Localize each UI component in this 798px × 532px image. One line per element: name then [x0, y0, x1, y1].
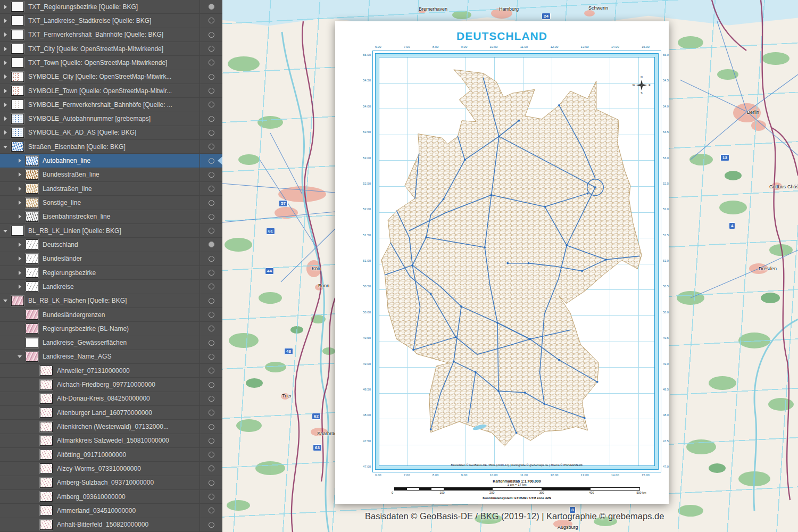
layer-row[interactable]: Amberg-Sulzbach_093710000000	[0, 476, 222, 490]
layer-thumbnail[interactable]	[26, 281, 38, 292]
layer-thumbnail[interactable]	[40, 380, 53, 390]
target-circle-icon[interactable]	[209, 46, 214, 52]
chevron-right-icon[interactable]	[3, 74, 9, 79]
layer-thumbnail[interactable]	[40, 436, 53, 446]
layer-thumbnail[interactable]	[40, 492, 53, 502]
layer-thumbnail[interactable]	[26, 338, 38, 348]
chevron-right-icon[interactable]	[18, 158, 23, 163]
layer-thumbnail[interactable]	[26, 352, 38, 362]
layer-thumbnail[interactable]	[40, 463, 53, 473]
layer-thumbnail[interactable]	[40, 365, 53, 376]
layer-thumbnail[interactable]	[11, 30, 24, 40]
target-circle-icon[interactable]	[209, 298, 214, 304]
layer-thumbnail[interactable]	[26, 170, 38, 180]
target-circle-icon[interactable]	[209, 368, 214, 373]
chevron-down-icon[interactable]	[3, 228, 9, 234]
layer-thumbnail[interactable]	[40, 422, 53, 432]
map-artboard[interactable]: DEUTSCHLAND 6.007.008.009.0010.0011.0012…	[335, 21, 669, 504]
layer-thumbnail[interactable]	[40, 520, 53, 530]
layer-thumbnail[interactable]	[40, 408, 53, 418]
target-circle-icon[interactable]	[209, 200, 214, 206]
layer-row[interactable]: Regierungsbezirke (BL-Name)	[0, 322, 222, 336]
target-circle-icon[interactable]	[209, 4, 214, 10]
layer-row[interactable]: SYMBOLE_Fernverkehrshalt_Bahnhöfe [Quell…	[0, 98, 222, 112]
chevron-right-icon[interactable]	[3, 4, 9, 10]
target-circle-icon[interactable]	[209, 60, 214, 65]
target-circle-icon[interactable]	[209, 438, 214, 444]
layer-row[interactable]: SYMBOLE_Town [Quelle: OpenStreetMap-Mitw…	[0, 84, 222, 98]
target-circle-icon[interactable]	[209, 354, 214, 360]
chevron-down-icon[interactable]	[18, 354, 23, 359]
layer-row[interactable]: Eisenbahnstrecken_line	[0, 210, 222, 224]
layer-row[interactable]: Amberg_093610000000	[0, 490, 222, 504]
layer-row[interactable]: Bundesländergrenzen	[0, 308, 222, 322]
target-circle-icon[interactable]	[209, 508, 214, 513]
layer-thumbnail[interactable]	[26, 212, 38, 222]
target-circle-icon[interactable]	[209, 312, 214, 318]
target-circle-icon[interactable]	[209, 270, 214, 276]
layer-thumbnail[interactable]	[11, 226, 24, 236]
target-circle-icon[interactable]	[209, 242, 214, 247]
target-circle-icon[interactable]	[209, 284, 214, 289]
chevron-right-icon[interactable]	[18, 284, 23, 289]
layer-row[interactable]: Regierungsbezirke	[0, 266, 222, 280]
layer-row[interactable]: Landkreise	[0, 280, 222, 294]
layer-row[interactable]: Aichach-Friedberg_097710000000	[0, 378, 222, 392]
target-circle-icon[interactable]	[209, 326, 214, 331]
chevron-right-icon[interactable]	[3, 130, 9, 135]
layer-row[interactable]: TXT_Regierungsbezirke [Quelle: BKG]	[0, 0, 222, 14]
target-circle-icon[interactable]	[209, 214, 214, 220]
layer-row[interactable]: Landkreise_Gewässerflächen	[0, 336, 222, 350]
layer-row[interactable]: Sonstige_line	[0, 196, 222, 210]
target-circle-icon[interactable]	[209, 158, 214, 164]
chevron-right-icon[interactable]	[18, 186, 23, 192]
layer-thumbnail[interactable]	[11, 44, 24, 54]
target-circle-icon[interactable]	[209, 256, 214, 262]
layer-row[interactable]: Landstraßen_line	[0, 182, 222, 196]
layer-row[interactable]: BL_RB_LK_Linien [Quelle: BKG]	[0, 224, 222, 238]
target-circle-icon[interactable]	[209, 410, 214, 415]
map-canvas[interactable]: BremerhavenHamburgSchwerinBerlinCottbus-…	[222, 0, 798, 532]
target-circle-icon[interactable]	[209, 32, 214, 38]
layer-thumbnail[interactable]	[26, 184, 38, 194]
target-circle-icon[interactable]	[209, 116, 214, 122]
layer-row[interactable]: Alb-Donau-Kreis_084250000000	[0, 392, 222, 406]
layer-thumbnail[interactable]	[11, 114, 24, 124]
chevron-right-icon[interactable]	[18, 270, 23, 276]
layer-thumbnail[interactable]	[26, 239, 38, 250]
layer-thumbnail[interactable]	[40, 505, 53, 516]
layer-thumbnail[interactable]	[11, 72, 24, 82]
layer-row[interactable]: Straßen_Eisenbahn [Quelle: BKG]	[0, 140, 222, 154]
layer-thumbnail[interactable]	[26, 310, 38, 320]
layer-row[interactable]: Autobahnen_line	[0, 154, 222, 168]
target-circle-icon[interactable]	[209, 88, 214, 94]
chevron-down-icon[interactable]	[3, 298, 9, 303]
chevron-right-icon[interactable]	[18, 242, 23, 247]
layer-row[interactable]: TXT_City [Quelle: OpenStreetMap-Mitwirke…	[0, 42, 222, 56]
layer-thumbnail[interactable]	[11, 142, 24, 152]
target-circle-icon[interactable]	[209, 74, 214, 80]
layer-thumbnail[interactable]	[11, 86, 24, 96]
layer-thumbnail[interactable]	[11, 2, 24, 12]
layer-thumbnail[interactable]	[11, 296, 24, 306]
target-circle-icon[interactable]	[209, 144, 214, 149]
target-circle-icon[interactable]	[209, 522, 214, 528]
layer-row[interactable]: TXT_Fernverkehrshalt_Bahnhöfe [Quelle: B…	[0, 28, 222, 42]
target-circle-icon[interactable]	[209, 466, 214, 471]
layer-row[interactable]: Deutschland	[0, 238, 222, 252]
layer-row[interactable]: SYMBOLE_Autobahnnummer [grebemaps]	[0, 112, 222, 126]
chevron-right-icon[interactable]	[3, 60, 9, 65]
layer-row[interactable]: Alzey-Worms_073310000000	[0, 462, 222, 476]
layer-row[interactable]: Ahrweiler_071310000000	[0, 364, 222, 378]
layer-row[interactable]: Altötting_091710000000	[0, 448, 222, 462]
layer-thumbnail[interactable]	[40, 450, 53, 460]
layer-thumbnail[interactable]	[11, 57, 24, 68]
target-circle-icon[interactable]	[209, 340, 214, 346]
target-circle-icon[interactable]	[209, 424, 214, 430]
target-circle-icon[interactable]	[209, 102, 214, 107]
target-circle-icon[interactable]	[209, 480, 214, 486]
layer-thumbnail[interactable]	[26, 268, 38, 278]
layer-thumbnail[interactable]	[11, 128, 24, 138]
layer-row[interactable]: Bundesstraßen_line	[0, 168, 222, 182]
chevron-right-icon[interactable]	[18, 172, 23, 177]
